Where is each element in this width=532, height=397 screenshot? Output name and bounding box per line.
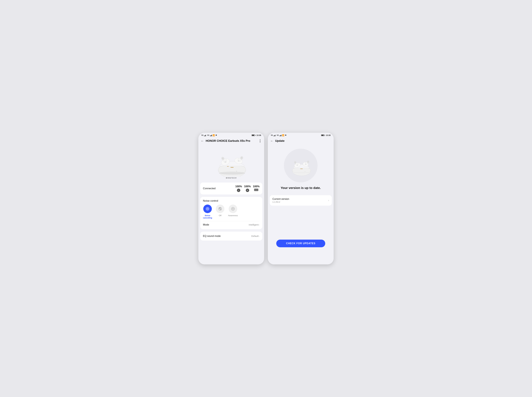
noise-canceling-label: Noisecanceling (203, 214, 212, 219)
signal-icon-1: 5G (202, 134, 203, 136)
connected-label: Connected (203, 187, 233, 190)
earbuds-illustration (213, 148, 250, 177)
status-bar-1: 5G 5G 📶 ✱ 10:08 (198, 133, 264, 137)
battery-stats: 100% L 100% R 100% (235, 185, 260, 192)
case-battery-pct: 100% (253, 185, 260, 188)
battery-icon-2 (321, 134, 325, 136)
svg-point-14 (238, 160, 239, 162)
battery-icon-1 (252, 134, 256, 136)
current-version-label: Current version (272, 198, 289, 200)
svg-point-27 (305, 171, 305, 172)
eq-sound-mode-card: EQ sound mode Default › (200, 232, 262, 241)
eq-sound-label: EQ sound mode (203, 235, 221, 237)
mode-value: Intelligent › (249, 223, 260, 226)
eq-sound-value: Default › (251, 235, 260, 237)
time-display-2: 10:08 (326, 134, 330, 136)
eq-chevron: › (259, 235, 260, 237)
right-earbud-indicator: R (246, 189, 249, 192)
back-button-1[interactable]: ← (200, 138, 205, 144)
right-badge: R (247, 190, 248, 191)
signal-bars-1 (204, 134, 206, 136)
bluetooth-icon-2: ✱ (285, 134, 286, 136)
version-info: Current version 1.1.53.2 (272, 198, 289, 203)
status-signals-1: 5G 5G 📶 ✱ (202, 134, 217, 136)
left-battery-pct: 100% (235, 185, 242, 188)
wifi-icon-1: 📶 (213, 134, 215, 136)
svg-point-18 (207, 208, 208, 209)
svg-rect-15 (227, 166, 229, 167)
screen2: 5G 5G 📶 ✱ 10:08 (268, 133, 334, 264)
left-badge: L (238, 190, 239, 191)
signal-bars-2 (210, 134, 212, 136)
mode-label: Mode (203, 223, 209, 226)
page-title-1: HONOR CHOICE Earbuds X5s Pro (206, 139, 258, 143)
svg-point-37 (305, 164, 306, 165)
screen1: 5G 5G 📶 ✱ 10:08 (198, 133, 264, 264)
signal-bars-3 (274, 134, 275, 136)
divider-1 (203, 221, 260, 221)
awareness-option[interactable]: Awareness (228, 205, 238, 217)
noise-canceling-option[interactable]: Noisecanceling (203, 205, 212, 219)
eq-sound-row[interactable]: EQ sound mode Default › (203, 234, 260, 238)
noise-control-card: Noise control Noisecanceling (200, 197, 262, 229)
right-battery-pct: 100% (244, 185, 251, 188)
svg-rect-26 (300, 168, 303, 169)
bluetooth-icon-1: ✱ (215, 134, 217, 136)
signal-bars-4 (280, 134, 281, 136)
mode-row[interactable]: Mode Intelligent › (203, 223, 260, 227)
left-battery-stat: 100% L (235, 185, 242, 192)
earbuds-image-area: WINGTECH (198, 145, 264, 181)
check-updates-button[interactable]: CHECK FOR UPDATES (276, 240, 325, 247)
screens-container: 5G 5G 📶 ✱ 10:08 (198, 133, 334, 264)
case-indicator (254, 189, 258, 191)
svg-rect-2 (231, 167, 233, 168)
version-number: 1.1.53.2 (272, 201, 289, 203)
noise-control-title: Noise control (203, 199, 260, 202)
svg-rect-25 (292, 168, 311, 173)
case-battery-stat: 100% (253, 185, 260, 192)
wifi-icon-2: 📶 (282, 134, 284, 136)
signal-icon-4: 5G (277, 134, 279, 136)
right-battery-stat: 100% R (244, 185, 251, 192)
brand-label: WINGTECH (226, 177, 237, 179)
noise-off-option[interactable]: Off (216, 205, 224, 217)
noise-options: Noisecanceling (203, 205, 260, 220)
noise-canceling-icon (203, 205, 212, 213)
noise-off-icon (216, 205, 224, 213)
status-signals-2: 5G 5G 📶 ✱ (271, 134, 286, 136)
signal-icon-2: 5G (207, 134, 209, 136)
page-title-2: Update (275, 139, 331, 143)
svg-point-4 (219, 172, 245, 175)
noise-off-label: Off (219, 214, 221, 217)
back-button-2[interactable]: ← (269, 138, 275, 144)
awareness-label: Awareness (228, 214, 238, 217)
svg-point-23 (233, 208, 233, 209)
svg-point-3 (236, 171, 237, 172)
awareness-icon (229, 205, 237, 213)
nav-bar-2: ← Update (268, 137, 334, 145)
nav-bar-1: ← HONOR CHOICE Earbuds X5s Pro ⋮ (198, 137, 264, 145)
version-card[interactable]: Current version 1.1.53.2 › (270, 195, 332, 206)
status-time-battery-1: 10:08 (252, 134, 261, 136)
mode-chevron: › (259, 223, 260, 226)
more-menu-button-1[interactable]: ⋮ (258, 139, 262, 143)
up-to-date-text: Your version is up to date. (278, 186, 324, 190)
time-display-1: 10:08 (256, 134, 261, 136)
version-chevron: › (328, 199, 329, 202)
connected-card: Connected 100% L 100% R (200, 182, 262, 194)
signal-icon-3: 5G (271, 134, 273, 136)
spacer (268, 208, 334, 236)
status-bar-2: 5G 5G 📶 ✱ 10:08 (268, 133, 334, 137)
svg-point-36 (297, 165, 298, 166)
update-hero: Your version is up to date. (268, 145, 334, 195)
update-circle-illustration (284, 149, 318, 182)
svg-point-13 (225, 161, 226, 163)
left-earbud-indicator: L (237, 189, 240, 192)
status-time-battery-2: 10:08 (321, 134, 330, 136)
check-updates-area: CHECK FOR UPDATES (268, 236, 334, 252)
